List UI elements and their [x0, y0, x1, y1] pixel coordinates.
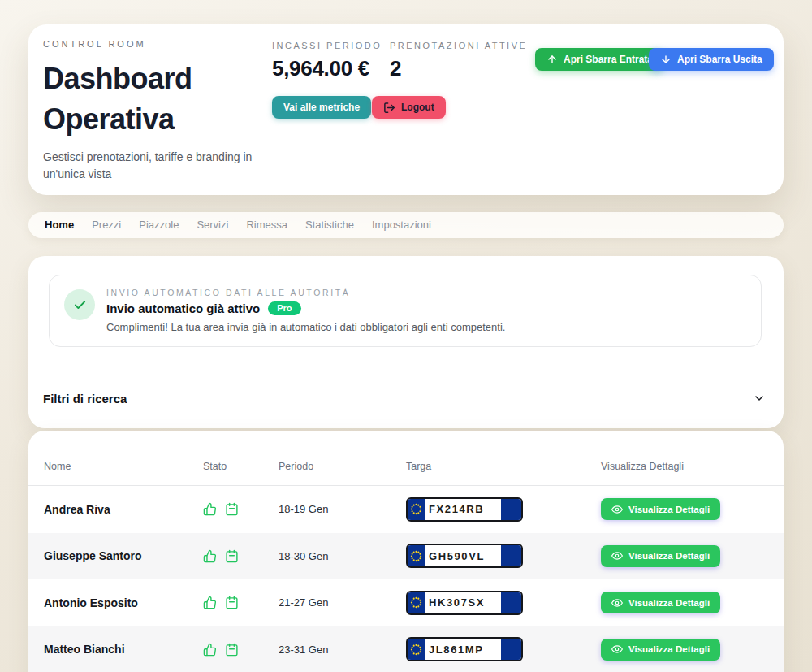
- booking-plate-cell: GH590VL: [406, 544, 601, 568]
- booking-period: 23-31 Gen: [279, 644, 406, 656]
- arrow-down-icon: [660, 54, 672, 65]
- booking-action-cell: Visualizza Dettagli: [601, 498, 784, 520]
- license-plate: HK307SX: [406, 591, 523, 615]
- alert-description: Complimenti! La tua area invia già in au…: [106, 321, 505, 333]
- dashboard-page: CONTROL ROOM Dashboard Operativa Gestisc…: [0, 0, 812, 672]
- auto-send-alert: INVIO AUTOMATICO DATI ALLE AUTORITÀ Invi…: [49, 275, 762, 347]
- license-plate-text: FX214RB: [425, 499, 501, 520]
- open-entry-barrier-label: Apri Sbarra Entrata: [564, 54, 653, 65]
- booking-period: 21-27 Gen: [279, 596, 406, 609]
- stat-incassi-value: 5,964.00 €: [272, 56, 382, 81]
- booking-action-cell: Visualizza Dettagli: [601, 592, 784, 613]
- view-details-label: Visualizza Dettagli: [628, 644, 710, 654]
- metrics-button-label: Vai alle metriche: [283, 102, 360, 113]
- col-header-periodo: Periodo: [279, 461, 406, 472]
- booking-name: Antonio Esposito: [44, 596, 203, 609]
- booking-status: [203, 502, 279, 516]
- logout-icon: [383, 102, 395, 114]
- booking-action-cell: Visualizza Dettagli: [601, 545, 784, 567]
- col-header-stato: Stato: [203, 461, 279, 472]
- tab-piazzole[interactable]: Piazzole: [130, 212, 188, 238]
- logout-button-label: Logout: [401, 102, 434, 113]
- booking-action-cell: Visualizza Dettagli: [601, 639, 784, 661]
- booking-status: [203, 643, 279, 657]
- alert-title: Invio automatico già attivo: [106, 301, 260, 315]
- table-row: Antonio Esposito 21-27 Gen HK30: [28, 579, 784, 626]
- calendar-icon: [225, 643, 239, 657]
- tab-impostazioni[interactable]: Impostazioni: [363, 212, 440, 238]
- license-plate: FX214RB: [406, 497, 523, 522]
- plate-right-band: [501, 545, 521, 566]
- main-nav: Home Prezzi Piazzole Servizi Rimessa Sta…: [28, 212, 784, 238]
- chevron-down-icon[interactable]: [753, 392, 766, 405]
- col-header-targa: Targa: [406, 461, 601, 472]
- thumbs-up-icon: [203, 549, 217, 563]
- tab-statistiche[interactable]: Statistiche: [296, 212, 363, 238]
- page-title: Dashboard Operativa: [43, 59, 242, 140]
- booking-name: Giuseppe Santoro: [44, 549, 203, 562]
- booking-plate-cell: JL861MP: [406, 637, 601, 661]
- eye-icon: [611, 550, 623, 561]
- booking-plate-cell: HK307SX: [406, 591, 601, 615]
- booking-plate-cell: FX214RB: [406, 497, 601, 522]
- table-row: Matteo Bianchi 23-31 Gen JL861M: [28, 626, 784, 672]
- filters-toggle[interactable]: Filtri di ricerca: [28, 378, 784, 418]
- eye-icon: [611, 644, 623, 655]
- plate-right-band: [501, 639, 521, 660]
- view-details-label: Visualizza Dettagli: [628, 505, 710, 514]
- stat-incassi-label: INCASSI PERIODO: [272, 41, 382, 50]
- calendar-icon: [225, 596, 239, 609]
- bookings-table-card: Nome Stato Periodo Targa Visualizza Dett…: [28, 431, 784, 672]
- view-details-button[interactable]: Visualizza Dettagli: [601, 639, 720, 661]
- license-plate: JL861MP: [406, 637, 523, 661]
- tab-home[interactable]: Home: [36, 212, 83, 238]
- eu-stars-icon: [408, 639, 425, 660]
- logout-button[interactable]: Logout: [372, 96, 446, 119]
- view-details-button[interactable]: Visualizza Dettagli: [601, 592, 720, 613]
- page-subtitle: Gestisci prenotazioni, tariffe e brandin…: [43, 149, 254, 183]
- tab-servizi[interactable]: Servizi: [188, 212, 237, 238]
- tab-rimessa[interactable]: Rimessa: [237, 212, 296, 238]
- open-entry-barrier-button[interactable]: Apri Sbarra Entrata: [535, 48, 664, 71]
- view-details-button[interactable]: Visualizza Dettagli: [601, 498, 720, 520]
- col-header-dettagli: Visualizza Dettagli: [601, 461, 784, 472]
- eu-stars-icon: [408, 545, 425, 566]
- calendar-icon: [225, 502, 239, 516]
- app-eyebrow: CONTROL ROOM: [43, 39, 146, 49]
- booking-status: [203, 549, 279, 563]
- filters-title: Filtri di ricerca: [43, 392, 127, 405]
- stat-prenotazioni: PRENOTAZIONI ATTIVE 2: [390, 41, 527, 81]
- eu-stars-icon: [408, 592, 425, 613]
- stat-incassi: INCASSI PERIODO 5,964.00 €: [272, 41, 382, 81]
- table-header-row: Nome Stato Periodo Targa Visualizza Dett…: [28, 447, 784, 486]
- open-exit-barrier-button[interactable]: Apri Sbarra Uscita: [649, 48, 774, 71]
- alert-text-block: INVIO AUTOMATICO DATI ALLE AUTORITÀ Invi…: [106, 288, 505, 333]
- alert-eyebrow: INVIO AUTOMATICO DATI ALLE AUTORITÀ: [106, 288, 505, 297]
- col-header-nome: Nome: [44, 461, 203, 472]
- eye-icon: [611, 597, 623, 609]
- calendar-icon: [225, 549, 239, 563]
- header-card: CONTROL ROOM Dashboard Operativa Gestisc…: [28, 24, 784, 195]
- content-card: INVIO AUTOMATICO DATI ALLE AUTORITÀ Invi…: [28, 256, 784, 428]
- table-body: Andrea Riva 18-19 Gen FX214RB: [28, 486, 784, 672]
- booking-period: 18-30 Gen: [279, 550, 406, 562]
- license-plate-text: GH590VL: [425, 545, 501, 566]
- thumbs-up-icon: [203, 643, 217, 657]
- license-plate-text: HK307SX: [425, 592, 501, 613]
- view-details-label: Visualizza Dettagli: [628, 598, 710, 608]
- view-details-button[interactable]: Visualizza Dettagli: [601, 545, 720, 567]
- pro-badge: Pro: [268, 301, 300, 315]
- license-plate: GH590VL: [406, 544, 523, 568]
- eye-icon: [611, 504, 623, 515]
- license-plate-text: JL861MP: [425, 639, 501, 660]
- stat-prenotazioni-value: 2: [390, 56, 527, 81]
- booking-name: Andrea Riva: [44, 503, 203, 516]
- plate-right-band: [501, 499, 521, 520]
- metrics-button[interactable]: Vai alle metriche: [272, 96, 371, 119]
- arrow-up-icon: [546, 54, 558, 65]
- tab-prezzi[interactable]: Prezzi: [83, 212, 130, 238]
- view-details-label: Visualizza Dettagli: [628, 551, 710, 561]
- table-row: Andrea Riva 18-19 Gen FX214RB: [28, 486, 784, 533]
- booking-status: [203, 596, 279, 609]
- eu-stars-icon: [408, 499, 425, 520]
